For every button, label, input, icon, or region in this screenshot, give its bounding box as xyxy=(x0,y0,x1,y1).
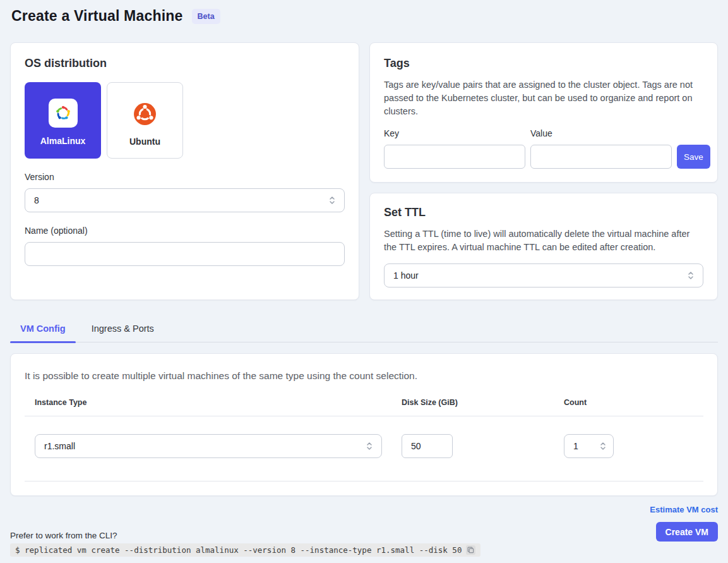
tags-form: Key Value Save xyxy=(384,128,703,169)
count-cell: 1 xyxy=(554,416,703,481)
disk-size-cell xyxy=(391,416,554,481)
cli-prompt-text: Prefer to work from the CLI? xyxy=(10,531,480,540)
tag-value-column: Value xyxy=(530,128,672,169)
tag-key-input[interactable] xyxy=(384,145,525,169)
top-cards-row: OS distribution xyxy=(10,42,718,300)
set-ttl-card: Set TTL Setting a TTL (time to live) wil… xyxy=(369,193,718,300)
table-row: r1.small 1 xyxy=(25,416,703,481)
column-disk-size: Disk Size (GiB) xyxy=(391,398,554,416)
os-tile-almalinux[interactable]: AlmaLinux xyxy=(25,82,101,159)
tag-key-label: Key xyxy=(384,128,525,138)
tags-card-description: Tags are key/value pairs that are assign… xyxy=(384,78,703,118)
os-distribution-card: OS distribution xyxy=(10,42,359,300)
copy-icon[interactable] xyxy=(466,545,475,555)
page-header: Create a Virtual Machine Beta xyxy=(10,8,718,25)
estimate-vm-cost-link[interactable]: Estimate VM cost xyxy=(650,505,718,514)
cli-command-text: $ replicated vm create --distribution al… xyxy=(15,545,462,555)
stepper-arrows-icon[interactable] xyxy=(600,441,606,451)
disk-size-input[interactable] xyxy=(402,434,453,458)
ttl-select-value: 1 hour xyxy=(393,270,419,281)
chevron-updown-icon xyxy=(688,270,694,281)
name-label: Name (optional) xyxy=(25,226,345,236)
os-tile-label-almalinux: AlmaLinux xyxy=(40,136,86,146)
ttl-card-description: Setting a TTL (time to live) will automa… xyxy=(384,227,703,254)
almalinux-logo-icon xyxy=(49,99,78,128)
tab-vm-config[interactable]: VM Config xyxy=(10,317,76,342)
os-card-title: OS distribution xyxy=(25,57,345,70)
os-tile-ubuntu[interactable]: Ubuntu xyxy=(107,82,183,159)
tab-ingress-ports[interactable]: Ingress & Ports xyxy=(81,317,164,342)
vm-config-intro: It is possible to create multiple virtua… xyxy=(25,370,703,382)
os-tile-label-ubuntu: Ubuntu xyxy=(129,136,160,147)
version-select-value: 8 xyxy=(34,195,39,205)
footer-actions: Estimate VM cost Create VM xyxy=(650,505,718,557)
tag-key-column: Key xyxy=(384,128,525,169)
ubuntu-logo-icon xyxy=(131,99,160,128)
page-footer: Prefer to work from the CLI? $ replicate… xyxy=(10,505,718,557)
tab-bar: VM Config Ingress & Ports xyxy=(10,317,718,342)
create-vm-button[interactable]: Create VM xyxy=(656,522,718,542)
column-count: Count xyxy=(554,398,703,416)
version-select[interactable]: 8 xyxy=(25,188,345,212)
vm-config-card: It is possible to create multiple virtua… xyxy=(10,353,718,496)
chevron-updown-icon xyxy=(366,441,373,451)
right-cards-column: Tags Tags are key/value pairs that are a… xyxy=(369,42,718,300)
tag-value-label: Value xyxy=(530,128,672,138)
tags-card: Tags Tags are key/value pairs that are a… xyxy=(369,42,718,183)
save-tag-button[interactable]: Save xyxy=(677,145,710,169)
beta-badge: Beta xyxy=(192,9,220,24)
version-label: Version xyxy=(25,172,345,182)
ttl-card-title: Set TTL xyxy=(384,206,703,219)
page-title: Create a Virtual Machine xyxy=(11,8,183,25)
instance-type-select[interactable]: r1.small xyxy=(35,434,382,458)
cli-section: Prefer to work from the CLI? $ replicate… xyxy=(10,531,480,557)
tag-value-input[interactable] xyxy=(530,145,672,169)
tags-card-title: Tags xyxy=(384,57,703,70)
os-tile-list: AlmaLinux xyxy=(25,82,345,159)
column-instance-type: Instance Type xyxy=(25,398,391,416)
count-value: 1 xyxy=(573,441,578,451)
instance-table: Instance Type Disk Size (GiB) Count r1.s… xyxy=(25,398,703,481)
instance-type-value: r1.small xyxy=(44,441,75,451)
chevron-updown-icon xyxy=(329,195,335,205)
create-vm-page: Create a Virtual Machine Beta OS distrib… xyxy=(0,0,728,557)
name-input[interactable] xyxy=(25,242,345,266)
count-stepper[interactable]: 1 xyxy=(564,434,614,458)
instance-type-cell: r1.small xyxy=(25,416,391,481)
instance-table-header: Instance Type Disk Size (GiB) Count xyxy=(25,398,703,416)
cli-command-block: $ replicated vm create --distribution al… xyxy=(10,543,480,557)
ttl-select[interactable]: 1 hour xyxy=(384,263,703,288)
